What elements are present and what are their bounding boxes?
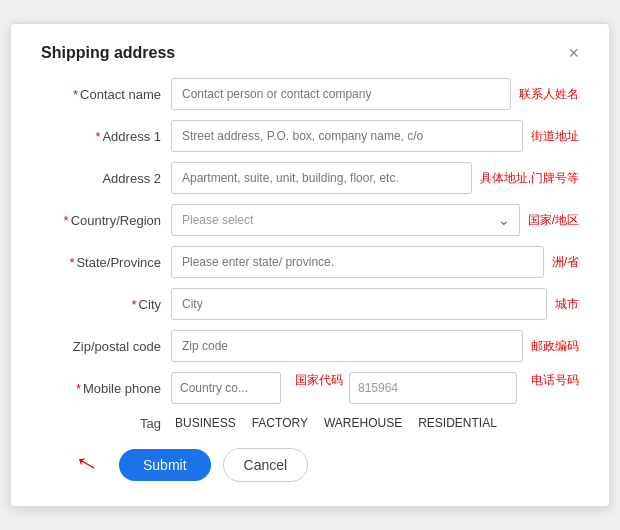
tag-label: Tag (41, 414, 171, 431)
contact-name-annotation: 联系人姓名 (519, 86, 579, 103)
zip-label: Zip/postal code (41, 339, 171, 354)
required-star: * (73, 87, 78, 102)
state-label: *State/Province (41, 255, 171, 270)
address1-row: *Address 1 街道地址 (41, 120, 579, 152)
phone-annotation: 电话号码 (531, 372, 579, 404)
dialog-title: Shipping address (41, 44, 175, 62)
required-star: * (64, 213, 69, 228)
city-input[interactable] (171, 288, 547, 320)
tag-residential[interactable]: RESIDENTIAL (414, 414, 501, 432)
arrow-indicator: → (66, 445, 107, 486)
address2-annotation: 具体地址,门牌号等 (480, 170, 579, 187)
city-label: *City (41, 297, 171, 312)
state-row: *State/Province 洲/省 (41, 246, 579, 278)
mobile-row: *Mobile phone 国家代码 电话号码 (41, 372, 579, 404)
zip-input[interactable] (171, 330, 523, 362)
tag-business[interactable]: BUSINESS (171, 414, 240, 432)
state-input[interactable] (171, 246, 544, 278)
address2-input[interactable] (171, 162, 472, 194)
close-button[interactable]: × (568, 44, 579, 62)
tag-container: BUSINESS FACTORY WAREHOUSE RESIDENTIAL (171, 414, 579, 432)
phone-number-input[interactable] (349, 372, 517, 404)
contact-name-label: *Contact name (41, 87, 171, 102)
state-annotation: 洲/省 (552, 254, 579, 271)
address1-annotation: 街道地址 (531, 128, 579, 145)
zip-annotation: 邮政编码 (531, 338, 579, 355)
city-row: *City 城市 (41, 288, 579, 320)
dialog-footer: → Submit Cancel (41, 448, 579, 482)
tag-warehouse[interactable]: WAREHOUSE (320, 414, 406, 432)
mobile-label: *Mobile phone (41, 381, 171, 396)
country-code-input[interactable] (171, 372, 281, 404)
country-row: *Country/Region Please select ⌄ 国家/地区 (41, 204, 579, 236)
country-annotation: 国家/地区 (528, 212, 579, 229)
country-label: *Country/Region (41, 213, 171, 228)
required-star: * (95, 129, 100, 144)
address1-input[interactable] (171, 120, 523, 152)
contact-name-input[interactable] (171, 78, 511, 110)
city-annotation: 城市 (555, 296, 579, 313)
address2-row: Address 2 具体地址,门牌号等 (41, 162, 579, 194)
country-select[interactable]: Please select (171, 204, 520, 236)
tag-row: Tag BUSINESS FACTORY WAREHOUSE RESIDENTI… (41, 414, 579, 432)
required-star: * (132, 297, 137, 312)
address1-label: *Address 1 (41, 129, 171, 144)
phone-fields: 国家代码 电话号码 (171, 372, 579, 404)
country-select-wrapper: Please select ⌄ (171, 204, 520, 236)
dialog-header: Shipping address × (41, 44, 579, 62)
tag-factory[interactable]: FACTORY (248, 414, 312, 432)
country-code-annotation: 国家代码 (295, 372, 343, 404)
required-star: * (69, 255, 74, 270)
shipping-address-dialog: Shipping address × *Contact name 联系人姓名 *… (10, 23, 610, 507)
address2-label: Address 2 (41, 171, 171, 186)
cancel-button[interactable]: Cancel (223, 448, 309, 482)
contact-name-row: *Contact name 联系人姓名 (41, 78, 579, 110)
required-star: * (76, 381, 81, 396)
submit-button[interactable]: Submit (119, 449, 211, 481)
zip-row: Zip/postal code 邮政编码 (41, 330, 579, 362)
